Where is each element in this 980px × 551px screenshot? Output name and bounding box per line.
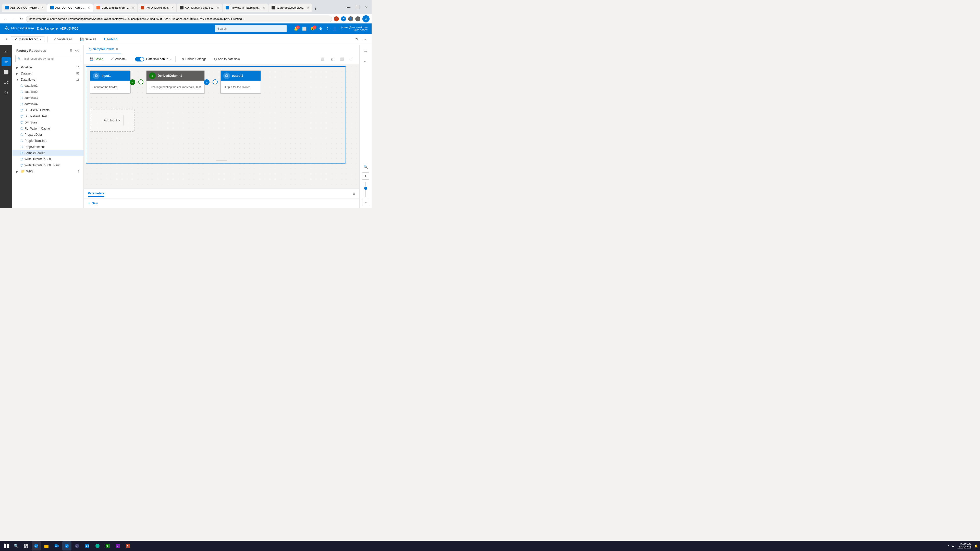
add-transform-button-1[interactable]: + — [138, 79, 143, 84]
window-minimize[interactable]: — — [345, 4, 352, 10]
tree-item-wps[interactable]: ▶ 📁 WPS 1 — [12, 168, 83, 175]
list-item-writeoutputs-new[interactable]: ⬡ WriteOutputsToSQL_New — [12, 162, 83, 168]
list-item-dataflow3[interactable]: ⬡ dataflow3 — [12, 95, 83, 101]
list-item-dataflow4[interactable]: ⬡ dataflow4 — [12, 101, 83, 107]
debug-settings-button[interactable]: ⚙ Debug Settings — [179, 56, 209, 62]
global-search-input[interactable] — [215, 25, 286, 32]
sidebar-item-manage[interactable]: ⬡ — [2, 88, 11, 97]
collapse-all-button[interactable]: ⊟ — [69, 48, 73, 53]
list-item-sampleflowlet[interactable]: ⬡ SampleFlowlet — [12, 150, 83, 156]
edit-properties-icon[interactable]: ✏ — [361, 47, 370, 56]
saved-button[interactable]: 💾 Saved — [87, 56, 106, 62]
tab-3[interactable]: Copy and transform ... ✕ — [94, 3, 137, 12]
publish-button[interactable]: ⬆ Publish — [100, 36, 120, 42]
toggle-panel-button[interactable]: ≪ — [75, 48, 80, 53]
settings-icon[interactable]: ⋯ — [355, 16, 360, 21]
more-options-icon[interactable]: ⋯ — [361, 36, 368, 42]
tab-close-3[interactable]: ✕ — [132, 6, 134, 9]
debug-toggle-switch[interactable] — [135, 57, 144, 62]
address-bar[interactable] — [26, 16, 332, 22]
tree-item-dataset[interactable]: ▶ Dataset 56 — [12, 70, 83, 76]
list-item-dataflow1[interactable]: ⬡ dataflow1 — [12, 83, 83, 89]
flowlet-icon-sample: ⬡ — [21, 151, 23, 155]
script-view-icon[interactable]: ⬜ — [337, 56, 347, 62]
window-restore[interactable]: ⬜ — [354, 4, 361, 10]
list-item-df-patient[interactable]: ⬡ DF_Patient_Test — [12, 113, 83, 119]
forward-button[interactable]: → — [10, 16, 17, 22]
favorites-icon[interactable]: ★ — [341, 16, 346, 21]
tab-label-2: ADF-JO-POC - Azure ... — [56, 6, 85, 9]
list-item-writeoutputs[interactable]: ⬡ WriteOutputsToSQL — [12, 156, 83, 162]
save-all-button[interactable]: 💾 Save all — [77, 36, 99, 42]
parameters-tab[interactable]: Parameters — [88, 191, 104, 197]
feedback-icon[interactable]: 😊 2 — [310, 27, 315, 30]
user-icon[interactable]: 👤 — [332, 27, 337, 30]
sidebar-item-author[interactable]: ✏ — [2, 57, 11, 66]
tab-close-2[interactable]: ✕ — [88, 6, 90, 9]
tab-4[interactable]: PM DI Mocks.pptx ✕ — [138, 3, 176, 12]
tab-2[interactable]: ADF-JO-POC - Azure ... ✕ — [47, 3, 93, 12]
json-view-icon[interactable]: {} — [328, 56, 336, 62]
tab-close-4[interactable]: ✕ — [171, 6, 173, 9]
add-transform-button-2[interactable]: + — [213, 79, 218, 84]
extensions-icon[interactable]: P — [334, 16, 339, 21]
window-close[interactable]: ✕ — [363, 4, 369, 10]
node-output1[interactable]: output1 Output for the flowlet. — [220, 70, 261, 94]
tab-7[interactable]: azure-docs/overview... ✕ — [269, 3, 312, 12]
refresh-button[interactable]: ↻ — [18, 16, 24, 22]
branch-selector[interactable]: ⎇ master branch ▾ — [11, 36, 45, 42]
sidebar-item-git[interactable]: ⎇ — [2, 78, 11, 87]
validate-all-button[interactable]: ✓ Validate all — [51, 36, 75, 42]
sidebar-item-monitor[interactable]: ⬜ — [2, 67, 11, 76]
list-item-prepsentiment[interactable]: ⬡ PrepSentiment — [12, 144, 83, 150]
list-item-prepare[interactable]: ⬡ PrepareData — [12, 132, 83, 138]
sidebar-collapse-btn[interactable]: ≡ — [4, 37, 9, 42]
canvas-more-icon[interactable]: ⋯ — [348, 56, 356, 62]
validate-button[interactable]: ✓ Validate — [108, 56, 128, 62]
help-icon[interactable]: ? — [326, 27, 328, 30]
list-item-df-json[interactable]: ⬡ DF_JSON_Events — [12, 107, 83, 113]
add-to-data-flow-button[interactable]: ⬡ Add to data flow — [211, 56, 243, 62]
notifications-icon[interactable]: 🔔 4 — [294, 27, 298, 30]
tab-close-5[interactable]: ✕ — [217, 6, 219, 9]
settings-app-icon[interactable]: ⚙ — [319, 27, 322, 30]
tree-item-pipeline[interactable]: ▶ Pipeline 15 — [12, 64, 83, 70]
tab-5[interactable]: ADF Mapping data flo... ✕ — [177, 3, 222, 12]
new-param-button[interactable]: + New — [88, 201, 98, 206]
zoom-slider-thumb[interactable] — [364, 187, 367, 190]
settings-panel-icon[interactable]: ⋯ — [361, 57, 370, 66]
new-tab-button[interactable]: + — [313, 6, 318, 12]
list-item-df-stars[interactable]: ⬡ DF_Stars — [12, 119, 83, 125]
minimize-bar[interactable] — [216, 160, 227, 160]
list-item-prepfor[interactable]: ⬡ PrepforTranslate — [12, 138, 83, 144]
tab-close-6[interactable]: ✕ — [263, 6, 265, 9]
zoom-in-button[interactable]: + — [362, 172, 369, 179]
refresh-adf-icon[interactable]: ↻ — [354, 36, 360, 42]
node-input1[interactable]: input1 Input for the flowlet. — [90, 70, 130, 94]
browser-controls: ← → ↻ P ★ 👤 ⋯ J — [0, 14, 372, 24]
search-canvas-icon[interactable]: 🔍 — [361, 162, 370, 171]
list-item-fl-patient[interactable]: ⬡ FL_Patient_Cache — [12, 125, 83, 132]
list-item-dataflow2[interactable]: ⬡ dataflow2 — [12, 89, 83, 95]
tab-sampleflowlet[interactable]: ⬡ SampleFlowlet ✕ — [86, 45, 121, 54]
profile-icon[interactable]: 👤 — [348, 16, 353, 21]
debug-settings-icon: ⚙ — [181, 57, 184, 61]
copy-code-icon[interactable]: ⬜ — [318, 56, 328, 62]
tab-1[interactable]: ADF-JO-POC - Micro... ✕ — [2, 3, 47, 12]
cloud-shell-icon[interactable]: ⬜ — [302, 27, 307, 30]
add-input-box[interactable]: Add Input ▾ — [90, 109, 135, 132]
node-derived1[interactable]: ≡ DerivedColumn1 Creating/updating the c… — [146, 70, 205, 94]
zoom-out-button[interactable]: − — [362, 199, 369, 206]
user-info[interactable]: joowen@microsoft.com MICROSOFT — [341, 26, 368, 32]
tab-close-7[interactable]: ✕ — [307, 6, 309, 9]
tab-close-1[interactable]: ✕ — [41, 6, 44, 9]
resources-search-input[interactable] — [15, 55, 80, 62]
user-avatar-browser[interactable]: J — [363, 15, 369, 22]
tab-flowlet-close[interactable]: ✕ — [116, 48, 118, 51]
params-collapse-icon[interactable]: ∧ — [353, 192, 355, 196]
add-resource-button[interactable]: + — [81, 55, 84, 62]
tab-6[interactable]: Flowlets in mapping d... ✕ — [223, 3, 268, 12]
back-button[interactable]: ← — [2, 16, 9, 22]
sidebar-item-home[interactable]: ⌂ — [2, 47, 11, 56]
tree-item-dataflows[interactable]: ▼ Data flows 15 — [12, 76, 83, 83]
